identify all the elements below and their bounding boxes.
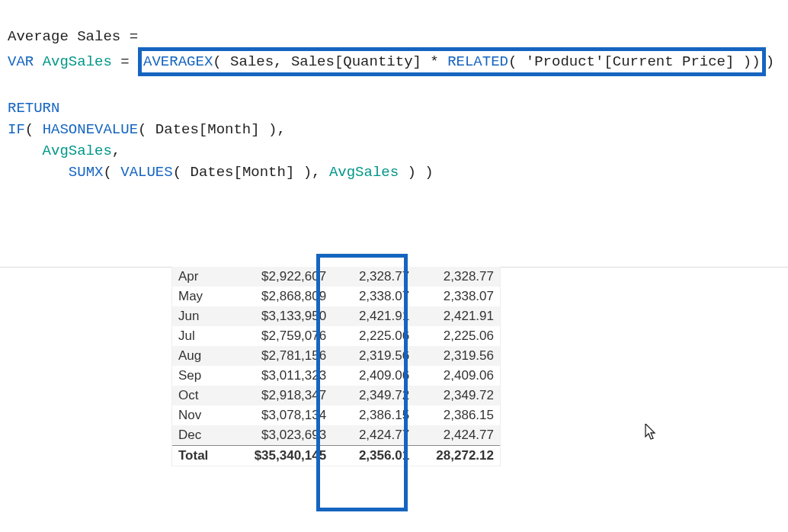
related-keyword: RELATED: [447, 53, 508, 70]
cell-sales: $2,759,076: [233, 326, 333, 346]
cell-sales: $2,868,809: [233, 287, 333, 306]
paren-close: ): [751, 53, 760, 70]
comma: ,: [112, 143, 120, 159]
table-row: May$2,868,8092,338.072,338.07: [172, 287, 500, 306]
table-row: Nov$3,078,1342,386.152,386.15: [172, 405, 500, 425]
paren: (: [25, 121, 34, 138]
table-row: Aug$2,781,1562,319.562,319.56: [172, 346, 500, 366]
cell-sales: $2,918,347: [233, 386, 333, 405]
arg2: ( 'Product'[Current Price] ): [508, 53, 751, 70]
cell-month: Dec: [172, 425, 233, 446]
cell-avg2: 2,424.77: [415, 425, 500, 446]
cell-avg2: 2,338.07: [415, 287, 500, 306]
arg1: Sales, Sales[Quantity] *: [222, 53, 447, 70]
cell-sales: $3,133,950: [233, 306, 333, 326]
measure-name: Average Sales: [8, 28, 120, 45]
paren-close-trailing: ): [766, 53, 774, 70]
cell-avg1: 2,421.91: [332, 306, 415, 326]
cell-avg1: 2,424.77: [332, 425, 415, 446]
cell-month: Aug: [172, 346, 233, 366]
cell-avg1: 2,338.07: [332, 287, 415, 306]
cell-avg2: 2,349.72: [415, 386, 500, 405]
if-keyword: IF: [8, 121, 25, 138]
table-row: Jun$3,133,9502,421.912,421.91: [172, 306, 500, 326]
cell-sales: $3,011,323: [233, 366, 333, 386]
formula-editor[interactable]: Average Sales = VAR AvgSales = AVERAGEX(…: [0, 0, 788, 187]
table-visual[interactable]: Apr$2,922,6072,328.772,328.77May$2,868,8…: [171, 267, 501, 466]
cell-avg1: 2,409.06: [332, 366, 415, 386]
sumx-keyword: SUMX: [69, 164, 104, 181]
arg: ( Dates[Month] ),: [138, 121, 286, 138]
var-ref: AvgSales: [43, 143, 112, 159]
cell-avg1: 2,328.77: [332, 267, 415, 287]
cell-sales: $3,078,134: [233, 405, 333, 425]
cell-avg1: 2,319.56: [332, 346, 415, 366]
cell-month: Jul: [172, 326, 233, 346]
cell-avg2: 2,386.15: [415, 405, 500, 425]
table-row: Jul$2,759,0762,225.062,225.06: [172, 326, 500, 346]
hasonevalue-keyword: HASONEVALUE: [43, 121, 138, 138]
table-row: Sep$3,011,3232,409.062,409.06: [172, 366, 500, 386]
cell-sales: $3,023,693: [233, 425, 333, 446]
equals: =: [130, 28, 138, 45]
assign: =: [120, 53, 129, 70]
table-total-row: Total $35,340,145 2,356.01 28,272.12: [172, 446, 500, 466]
cursor-icon: [645, 424, 658, 442]
var-name: AvgSales: [43, 53, 112, 70]
cell-month: Jun: [172, 306, 233, 326]
cell-avg1: 2,349.72: [332, 386, 415, 405]
total-label: Total: [172, 446, 233, 466]
cell-month: Sep: [172, 366, 233, 386]
var-keyword: VAR: [8, 53, 34, 70]
formula-highlight: AVERAGEX( Sales, Sales[Quantity] * RELAT…: [138, 47, 766, 76]
averagex-keyword: AVERAGEX: [143, 53, 213, 70]
cell-avg2: 2,421.91: [415, 306, 500, 326]
cell-month: May: [172, 287, 233, 306]
cell-avg2: 2,319.56: [415, 346, 500, 366]
cell-sales: $2,781,156: [233, 346, 333, 366]
cell-avg1: 2,386.15: [332, 405, 415, 425]
cell-month: Apr: [172, 267, 233, 287]
cell-avg2: 2,409.06: [415, 366, 500, 386]
values-keyword: VALUES: [120, 164, 172, 181]
table-row: Apr$2,922,6072,328.772,328.77: [172, 267, 500, 287]
close: ) ): [399, 164, 434, 181]
return-keyword: RETURN: [8, 100, 59, 117]
paren-open: (: [213, 53, 221, 70]
cell-avg2: 2,225.06: [415, 326, 500, 346]
cell-avg2: 2,328.77: [415, 267, 500, 287]
total-sales: $35,340,145: [233, 446, 333, 466]
table-row: Dec$3,023,6932,424.772,424.77: [172, 425, 500, 446]
cell-sales: $2,922,607: [233, 267, 333, 287]
total-avg2: 28,272.12: [415, 446, 500, 466]
cell-avg1: 2,225.06: [332, 326, 415, 346]
paren: (: [103, 164, 111, 181]
cell-month: Oct: [172, 386, 233, 405]
total-avg1: 2,356.01: [332, 446, 415, 466]
cell-month: Nov: [172, 405, 233, 425]
arg1: ( Dates[Month] ),: [173, 164, 329, 181]
table-row: Oct$2,918,3472,349.722,349.72: [172, 386, 500, 405]
var-ref: AvgSales: [329, 164, 399, 181]
